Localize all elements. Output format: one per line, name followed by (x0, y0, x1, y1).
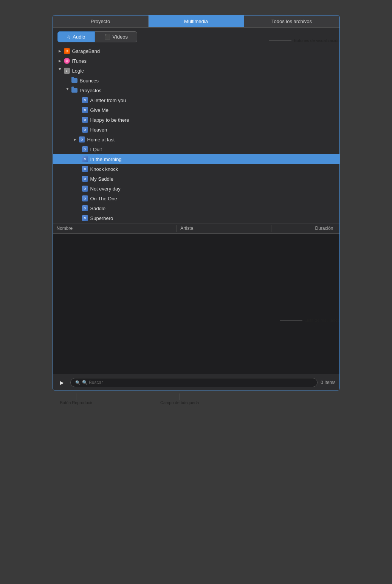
tree-item-logic[interactable]: ▶ L Logic (53, 66, 339, 76)
item-label: Knock knock (90, 166, 118, 172)
project-icon: ⚙ (79, 136, 85, 143)
proyectos-label: Proyectos (80, 88, 102, 93)
tab-multimedia[interactable]: Multimedia (149, 15, 244, 27)
results-header: Nombre Artista Duración (53, 223, 339, 234)
play-button[interactable]: ▶ (57, 377, 67, 388)
bounces-label: Bounces (80, 78, 99, 84)
videos-label: Vídeos (113, 34, 128, 40)
items-count: 0 ítems (321, 380, 335, 385)
tree-item-not-every-day[interactable]: ⚙ Not every day (53, 184, 339, 194)
garageband-label: GarageBand (72, 48, 100, 54)
music-note-icon: ♫ (67, 34, 71, 40)
audio-label: Audio (73, 34, 85, 40)
project-icon: ⚙ (82, 175, 88, 182)
videos-button[interactable]: ⬛ Vídeos (95, 31, 137, 42)
project-icon: ⚙ (82, 126, 88, 133)
project-icon: ⚙ (82, 166, 88, 172)
arrow-icon: ▶ (57, 49, 63, 53)
project-icon: ⚙ (82, 107, 88, 113)
arrow-icon: ▶ (57, 59, 63, 63)
file-tree: ▶ ♬ GarageBand ▶ ♫ iTunes ▶ L Logic (53, 46, 339, 223)
arrow-down-icon: ▶ (66, 88, 70, 93)
folder-icon (71, 77, 78, 84)
project-icon: ⚙ (82, 185, 88, 192)
arrow-icon: ▶ (73, 138, 78, 141)
arrow-down-icon: ▶ (58, 68, 62, 73)
view-buttons-annotation: Botones de visualización (294, 38, 339, 43)
item-label: Heaven (90, 127, 107, 133)
tab-proyecto[interactable]: Proyecto (53, 15, 149, 27)
item-label: Give Me (90, 107, 108, 113)
logic-icon: L (64, 67, 70, 74)
tree-item-knock[interactable]: ⚙ Knock knock (53, 164, 339, 174)
main-panel: Proyecto Multimedia Todos los archivos ♫… (53, 15, 340, 390)
tree-item-in-the-morning[interactable]: ⚙ In the morning (53, 154, 339, 164)
project-icon: ⚙ (82, 146, 88, 153)
tree-item-home[interactable]: ▶ ⚙ Home at last (53, 135, 339, 144)
tree-item-i-quit[interactable]: ⚙ I Quit (53, 144, 339, 154)
audio-button[interactable]: ♫ Audio (57, 31, 95, 42)
search-placeholder: 🔍 Buscar (82, 380, 103, 385)
col-duracion: Duración (271, 225, 339, 232)
tree-item-on-the-one[interactable]: ⚙ On The One (53, 194, 339, 203)
item-label: A letter from you (90, 98, 126, 103)
garageband-icon: ♬ (64, 48, 70, 54)
item-label: My Saddle (90, 176, 113, 182)
search-field[interactable]: 🔍 🔍 Buscar (70, 378, 318, 387)
top-tabs: Proyecto Multimedia Todos los archivos (53, 15, 339, 28)
search-icon: 🔍 (75, 380, 81, 385)
logic-label: Logic (72, 68, 84, 74)
tab-todos[interactable]: Todos los archivos (244, 15, 339, 27)
tree-item-proyectos[interactable]: ▶ Proyectos (53, 85, 339, 95)
play-button-annotation: Botón Reproducir (60, 400, 93, 405)
project-icon: ⚙ (82, 116, 88, 123)
item-label: Home at last (87, 137, 115, 143)
item-label: Superhero (90, 215, 113, 221)
col-artista: Artista (176, 225, 271, 232)
item-label: Happy to be there (90, 117, 129, 123)
item-label: On The One (90, 196, 117, 201)
tree-item-happy[interactable]: ⚙ Happy to be there (53, 115, 339, 125)
tree-item-bounces[interactable]: Bounces (53, 76, 339, 85)
tree-item-give-me[interactable]: ⚙ Give Me (53, 105, 339, 115)
project-icon: ⚙ (82, 195, 88, 202)
item-label: Not every day (90, 186, 121, 192)
tree-item-itunes[interactable]: ▶ ♫ iTunes (53, 56, 339, 66)
project-icon: ⚙ (82, 156, 88, 163)
right-annotations: Botones de visualización (269, 38, 339, 43)
project-icon: ⚙ (82, 97, 88, 104)
results-list-annotation: Lista de resultados (305, 318, 339, 323)
bottom-bar: ▶ 🔍 🔍 Buscar 0 ítems (53, 375, 339, 390)
col-nombre: Nombre (53, 225, 177, 232)
tree-item-superhero[interactable]: ⚙ Superhero (53, 213, 339, 223)
item-label: I Quit (90, 147, 102, 152)
item-label: Saddle (90, 206, 105, 211)
results-body (53, 234, 339, 375)
folder-icon (71, 87, 78, 94)
search-field-annotation: Campo de búsqueda (160, 400, 199, 405)
tree-item-my-saddle[interactable]: ⚙ My Saddle (53, 174, 339, 184)
film-icon: ⬛ (104, 34, 110, 40)
results-section: Nombre Artista Duración (53, 223, 339, 375)
project-icon: ⚙ (82, 215, 88, 222)
project-icon: ⚙ (82, 205, 88, 212)
item-label: In the morning (90, 156, 122, 162)
itunes-icon: ♫ (64, 57, 70, 64)
tree-item-garageband[interactable]: ▶ ♬ GarageBand (53, 46, 339, 56)
results-annotation: Lista de resultados (280, 318, 339, 323)
itunes-label: iTunes (72, 58, 87, 64)
tree-item-a-letter[interactable]: ⚙ A letter from you (53, 95, 339, 105)
tree-item-heaven[interactable]: ⚙ Heaven (53, 125, 339, 135)
tree-item-saddle[interactable]: ⚙ Saddle (53, 203, 339, 213)
